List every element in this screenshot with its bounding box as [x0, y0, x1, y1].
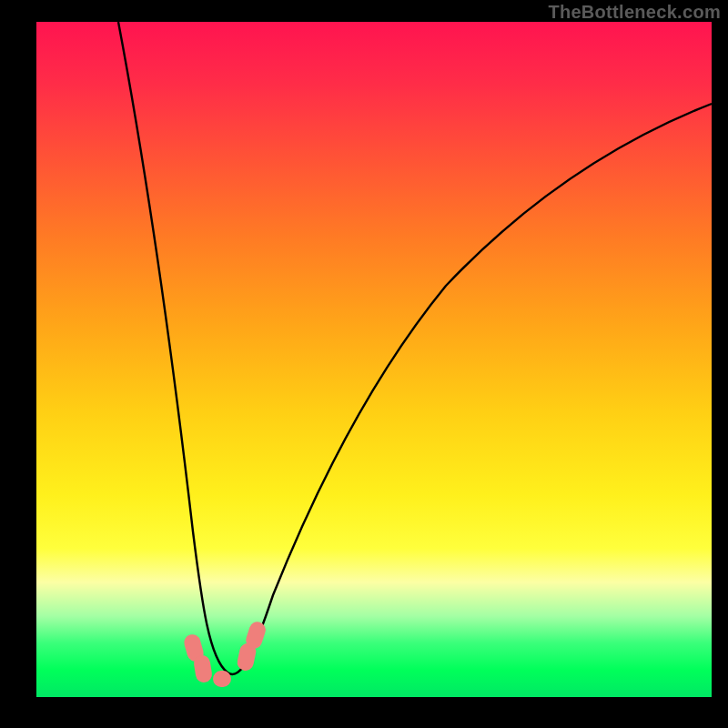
bottleneck-curve [36, 22, 712, 697]
attribution-text: TheBottleneck.com [548, 2, 721, 23]
gradient-plot-area [36, 22, 712, 697]
curve-marker [213, 671, 232, 688]
